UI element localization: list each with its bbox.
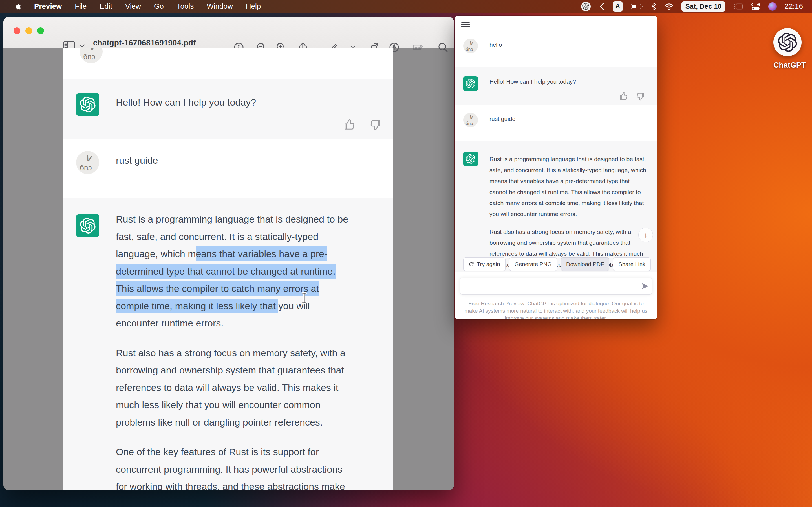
control-center-icon[interactable] — [747, 0, 764, 13]
pdf-text-line: encounter runtime errors. — [116, 315, 348, 332]
chat-assistant-greeting: Hello! How can I help you today? — [490, 78, 576, 85]
selected-text: determined type that cannot be changed a… — [116, 264, 336, 279]
pdf-text-line: Rust is a programming language that is d… — [116, 211, 348, 228]
preview-titlebar: chatgpt-1670681691904.pdf 1 page — [3, 17, 454, 48]
close-button[interactable] — [13, 27, 20, 34]
pdf-page[interactable]: V бnэ Hello! How can I help you today? V… — [63, 48, 393, 490]
button-label: Share Link — [618, 261, 645, 268]
pdf-paragraph: Rust also has a strong focus on memory s… — [116, 344, 348, 431]
chat-row-user2: V бnэ rust guide — [455, 105, 657, 141]
apple-icon[interactable] — [8, 0, 28, 13]
menu-bar: Preview File Edit View Go Tools Window H… — [0, 0, 812, 13]
thumbs-down-icon[interactable] — [636, 92, 645, 101]
pdf-text-line: concurrent programming. It has powerful … — [116, 461, 348, 478]
generate-png-button[interactable]: Generate PNG — [509, 258, 557, 271]
chatgpt-logo-icon — [773, 28, 802, 56]
send-icon[interactable] — [641, 283, 649, 290]
selected-text: compile time, making it less likely that — [116, 298, 278, 313]
pdf-row-user-prompt: V бnэ rust guide — [63, 139, 393, 198]
pdf-text-line: Rust also has a strong focus on memory s… — [116, 344, 348, 362]
screen-mirroring-icon[interactable] — [729, 0, 747, 13]
pdf-text-line: borrowing and ownership system that guar… — [116, 362, 348, 379]
bluetooth-icon[interactable] — [647, 0, 661, 13]
button-label: Download PDF — [566, 261, 604, 268]
thumbs-down-icon[interactable] — [369, 118, 382, 131]
zoom-button[interactable] — [37, 27, 44, 34]
search-icon[interactable] — [436, 41, 450, 54]
selected-text: eans that variables have a pre- — [196, 246, 327, 261]
pdf-row-assistant-greeting: Hello! How can I help you today? — [63, 79, 393, 139]
chevron-left-icon[interactable] — [595, 0, 609, 13]
desktop-icon-chatgpt[interactable]: ChatGPT — [773, 28, 802, 69]
try-again-button[interactable]: Try again — [463, 258, 506, 271]
menu-item-go[interactable]: Go — [147, 0, 170, 13]
pdf-text-line: problems like null or dangling pointer r… — [116, 414, 348, 431]
assistant-greeting-text: Hello! How can I help you today? — [116, 97, 256, 108]
button-label: Generate PNG — [515, 261, 552, 268]
chatgpt-avatar-icon — [76, 214, 99, 237]
pdf-text-line: determined type that cannot be changed a… — [116, 263, 348, 280]
chat-assistant-answer: Rust is a programming language that is d… — [490, 154, 647, 272]
chatgpt-avatar-icon — [463, 76, 478, 91]
date-badge[interactable]: Sat, Dec 10 — [677, 0, 729, 13]
arrow-down-icon: ↓ — [644, 231, 648, 239]
chat-input[interactable] — [460, 278, 652, 295]
chat-topbar — [455, 16, 657, 31]
pdf-text-line: references to data will always be valid.… — [116, 379, 348, 397]
chat-user-msg1: hello — [490, 41, 502, 48]
text-cursor — [301, 292, 307, 305]
share-link-button[interactable]: Share Link — [613, 258, 651, 271]
desktop-icon-label: ChatGPT — [773, 61, 802, 69]
pdf-text-line: compile time, making it less likely that… — [116, 297, 348, 315]
chat-row-user: V бnэ hello — [455, 31, 657, 67]
thumbs-up-icon[interactable] — [619, 92, 629, 101]
pdf-row-user-partial: V бnэ — [63, 48, 393, 79]
minimize-button[interactable] — [26, 27, 32, 34]
retry-icon — [469, 262, 474, 267]
user-avatar: V бnэ — [463, 113, 478, 127]
pdf-text-line: One of the key features of Rust is its s… — [116, 443, 348, 461]
pdf-text-line: for working with threads, and these abst… — [116, 478, 348, 490]
chat-footer-text: Free Research Preview: ChatGPT is optimi… — [463, 300, 649, 320]
traffic-lights — [13, 27, 44, 34]
user-avatar: V бnэ — [463, 39, 478, 53]
battery-icon[interactable] — [627, 0, 647, 13]
chatgpt-status-icon[interactable] — [577, 0, 595, 13]
keyboard-layout-badge[interactable]: A — [609, 0, 627, 13]
menu-item-tools[interactable]: Tools — [170, 0, 200, 13]
scroll-to-bottom-button[interactable]: ↓ — [638, 228, 653, 242]
thumbs-up-icon[interactable] — [343, 118, 356, 131]
siri-icon[interactable] — [764, 0, 781, 13]
document-title: chatgpt-1670681691904.pdf — [93, 38, 196, 47]
button-label: Try again — [477, 261, 500, 268]
menu-app-name[interactable]: Preview — [28, 0, 68, 13]
form-fill-icon[interactable] — [411, 41, 424, 54]
chatgpt-avatar-icon — [463, 152, 478, 166]
preview-window: chatgpt-1670681691904.pdf 1 page — [3, 17, 454, 490]
chat-row-assistant-answer: Rust is a programming language that is d… — [455, 141, 657, 272]
action-buttons: Try againGenerate PNGDownload PDFShare L… — [463, 258, 651, 271]
user-prompt-text: rust guide — [116, 155, 158, 166]
chat-user-msg2: rust guide — [490, 115, 515, 122]
clock-time[interactable]: 22:16 — [781, 0, 807, 13]
pdf-text-line: This allows the compiler to catch many e… — [116, 280, 348, 297]
user-avatar: V бnэ — [80, 48, 103, 63]
hamburger-menu-icon[interactable] — [461, 20, 470, 29]
user-avatar: V бnэ — [76, 151, 99, 174]
menu-item-window[interactable]: Window — [200, 0, 239, 13]
pdf-paragraph: One of the key features of Rust is its s… — [116, 443, 348, 490]
menu-item-help[interactable]: Help — [239, 0, 267, 13]
download-pdf-button[interactable]: Download PDF — [561, 258, 610, 271]
pdf-text-line: language, which means that variables hav… — [116, 245, 348, 263]
pdf-row-assistant-answer: Rust is a programming language that is d… — [63, 198, 393, 490]
pdf-answer-text: Rust is a programming language that is d… — [116, 211, 348, 490]
menu-item-view[interactable]: View — [119, 0, 147, 13]
menu-item-file[interactable]: File — [68, 0, 93, 13]
menu-item-edit[interactable]: Edit — [93, 0, 119, 13]
wifi-icon[interactable] — [661, 0, 677, 13]
chat-row-assistant-greeting: Hello! How can I help you today? — [455, 67, 657, 105]
chat-bottom-bar: Free Research Preview: ChatGPT is optimi… — [455, 272, 657, 320]
selected-text: This allows the compiler to catch many e… — [116, 281, 319, 296]
pdf-text-line: much less likely that you will encounter… — [116, 396, 348, 414]
chatgpt-window: V бnэ hello Hello! How can I help you to… — [455, 16, 657, 320]
